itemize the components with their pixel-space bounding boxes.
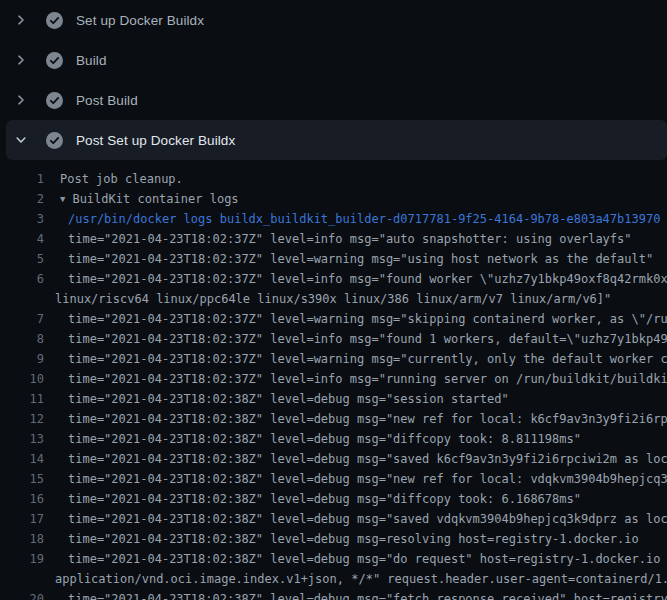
log-text: time="2021-04-23T18:02:37Z" level=info m… xyxy=(44,369,667,389)
line-number[interactable]: 10 xyxy=(0,369,44,389)
line-number[interactable]: 16 xyxy=(0,489,44,509)
line-number[interactable]: 14 xyxy=(0,449,44,469)
step-row-post-set-up-docker-buildx[interactable]: Post Set up Docker Buildx xyxy=(6,120,667,160)
line-number[interactable]: 2 xyxy=(0,189,44,209)
log-text: time="2021-04-23T18:02:38Z" level=debug … xyxy=(44,489,581,509)
line-number[interactable]: 17 xyxy=(0,509,44,529)
log-text: time="2021-04-23T18:02:37Z" level=warnin… xyxy=(44,349,667,369)
step-row-build[interactable]: Build xyxy=(0,40,667,80)
log-line: linux/riscv64 linux/ppc64le linux/s390x … xyxy=(0,289,667,309)
step-label: Post Set up Docker Buildx xyxy=(76,133,235,148)
log-text: time="2021-04-23T18:02:38Z" level=debug … xyxy=(44,409,667,429)
log-line: 19 time="2021-04-23T18:02:38Z" level=deb… xyxy=(0,549,667,569)
log-text: time="2021-04-23T18:02:37Z" level=warnin… xyxy=(44,309,667,329)
check-circle-icon xyxy=(46,12,63,29)
log-text: time="2021-04-23T18:02:38Z" level=debug … xyxy=(44,429,581,449)
log-text: time="2021-04-23T18:02:38Z" level=debug … xyxy=(44,449,667,469)
log-text: time="2021-04-23T18:02:37Z" level=info m… xyxy=(44,269,667,289)
log-line: 4 time="2021-04-23T18:02:37Z" level=info… xyxy=(0,229,667,249)
log-text: time="2021-04-23T18:02:38Z" level=debug … xyxy=(44,509,667,529)
log-line: 3 /usr/bin/docker logs buildx_buildkit_b… xyxy=(0,209,667,229)
log-line: 5 time="2021-04-23T18:02:37Z" level=warn… xyxy=(0,249,667,269)
step-label: Build xyxy=(76,53,107,68)
check-circle-icon xyxy=(46,92,63,109)
log-line: 2 ▼BuildKit container logs xyxy=(0,189,667,209)
log-line: 9 time="2021-04-23T18:02:37Z" level=warn… xyxy=(0,349,667,369)
line-number[interactable]: 1 xyxy=(0,169,44,189)
log-text: time="2021-04-23T18:02:38Z" level=debug … xyxy=(44,469,667,489)
log-line: 12 time="2021-04-23T18:02:38Z" level=deb… xyxy=(0,409,667,429)
check-circle-icon xyxy=(46,132,63,149)
step-row-set-up-docker-buildx[interactable]: Set up Docker Buildx xyxy=(0,0,667,40)
log-area: 1 Post job cleanup. 2 ▼BuildKit containe… xyxy=(0,160,667,600)
log-line: 15 time="2021-04-23T18:02:38Z" level=deb… xyxy=(0,469,667,489)
line-number xyxy=(0,569,44,589)
log-line: 17 time="2021-04-23T18:02:38Z" level=deb… xyxy=(0,509,667,529)
line-number xyxy=(0,289,44,309)
line-number[interactable]: 13 xyxy=(0,429,44,449)
log-text: time="2021-04-23T18:02:38Z" level=debug … xyxy=(44,389,509,409)
log-line: 6 time="2021-04-23T18:02:37Z" level=info… xyxy=(0,269,667,289)
log-line: application/vnd.oci.image.index.v1+json,… xyxy=(0,569,667,589)
line-number[interactable]: 5 xyxy=(0,249,44,269)
triangle-down-icon[interactable]: ▼ xyxy=(60,189,65,209)
chevron-right-icon xyxy=(13,12,29,28)
line-number[interactable]: 7 xyxy=(0,309,44,329)
step-label: Post Build xyxy=(76,93,138,108)
log-line: 8 time="2021-04-23T18:02:37Z" level=info… xyxy=(0,329,667,349)
log-line: 18 time="2021-04-23T18:02:38Z" level=deb… xyxy=(0,529,667,549)
line-number[interactable]: 19 xyxy=(0,549,44,569)
line-number[interactable]: 6 xyxy=(0,269,44,289)
log-line: 11 time="2021-04-23T18:02:38Z" level=deb… xyxy=(0,389,667,409)
line-number[interactable]: 11 xyxy=(0,389,44,409)
line-number[interactable]: 3 xyxy=(0,209,44,229)
log-line: 16 time="2021-04-23T18:02:38Z" level=deb… xyxy=(0,489,667,509)
log-text: time="2021-04-23T18:02:38Z" level=debug … xyxy=(44,549,667,569)
log-text: time="2021-04-23T18:02:38Z" level=debug … xyxy=(44,589,667,600)
log-line: 20 time="2021-04-23T18:02:38Z" level=deb… xyxy=(0,589,667,600)
log-line: 1 Post job cleanup. xyxy=(0,169,667,189)
log-text: time="2021-04-23T18:02:37Z" level=info m… xyxy=(44,329,667,349)
line-number[interactable]: 4 xyxy=(0,229,44,249)
steps-list: Set up Docker Buildx Build Post Buil xyxy=(0,0,667,160)
step-row-post-build[interactable]: Post Build xyxy=(0,80,667,120)
chevron-right-icon xyxy=(13,52,29,68)
check-circle-icon xyxy=(46,52,63,69)
log-text: time="2021-04-23T18:02:38Z" level=debug … xyxy=(44,529,639,549)
log-text: time="2021-04-23T18:02:37Z" level=warnin… xyxy=(44,249,653,269)
log-line: 10 time="2021-04-23T18:02:37Z" level=inf… xyxy=(0,369,667,389)
chevron-right-icon xyxy=(13,92,29,108)
line-number[interactable]: 15 xyxy=(0,469,44,489)
log-text: time="2021-04-23T18:02:37Z" level=info m… xyxy=(44,229,632,249)
step-label: Set up Docker Buildx xyxy=(76,13,204,28)
line-number[interactable]: 8 xyxy=(0,329,44,349)
log-group-toggle[interactable]: ▼BuildKit container logs xyxy=(44,189,239,209)
log-line: 7 time="2021-04-23T18:02:37Z" level=warn… xyxy=(0,309,667,329)
log-text: Post job cleanup. xyxy=(44,169,183,189)
log-line: 13 time="2021-04-23T18:02:38Z" level=deb… xyxy=(0,429,667,449)
log-text: application/vnd.oci.image.index.v1+json,… xyxy=(44,569,667,589)
line-number[interactable]: 20 xyxy=(0,589,44,600)
line-number[interactable]: 18 xyxy=(0,529,44,549)
log-line: 14 time="2021-04-23T18:02:38Z" level=deb… xyxy=(0,449,667,469)
chevron-down-icon xyxy=(13,132,29,148)
line-number[interactable]: 12 xyxy=(0,409,44,429)
log-text: linux/riscv64 linux/ppc64le linux/s390x … xyxy=(44,289,611,309)
line-number[interactable]: 9 xyxy=(0,349,44,369)
log-command: /usr/bin/docker logs buildx_buildkit_bui… xyxy=(44,209,660,229)
